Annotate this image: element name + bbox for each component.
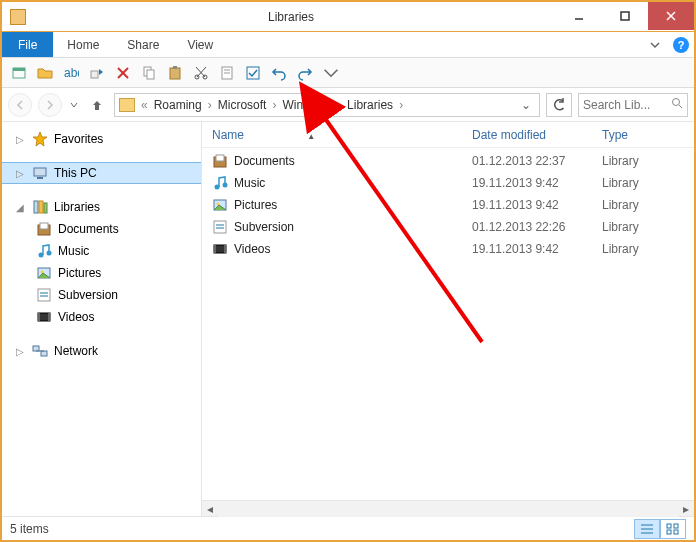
back-button[interactable] (8, 93, 32, 117)
svg-rect-60 (667, 524, 671, 528)
sidebar-item-documents[interactable]: Documents (2, 218, 201, 240)
copy-icon[interactable] (138, 62, 160, 84)
network-icon (32, 343, 48, 359)
file-date: 01.12.2013 22:37 (462, 154, 592, 168)
column-date[interactable]: Date modified (462, 128, 592, 142)
scroll-left-icon[interactable]: ◂ (202, 501, 218, 517)
undo-icon[interactable] (268, 62, 290, 84)
sidebar-item-music[interactable]: Music (2, 240, 201, 262)
title-bar: Libraries (2, 2, 694, 32)
column-name[interactable]: Name ▲ (202, 128, 462, 142)
ribbon: File Home Share View ? (2, 32, 694, 58)
cut-icon[interactable] (190, 62, 212, 84)
svg-rect-55 (214, 245, 216, 253)
expand-icon[interactable]: ▷ (16, 346, 26, 357)
maximize-button[interactable] (602, 2, 648, 30)
collapse-icon[interactable]: ◢ (16, 202, 26, 213)
svg-rect-41 (48, 313, 50, 321)
sidebar-label: This PC (54, 166, 97, 180)
new-window-icon[interactable] (8, 62, 30, 84)
documents-icon (36, 221, 52, 237)
close-button[interactable] (648, 2, 694, 30)
chevron-right-icon[interactable]: › (270, 98, 278, 112)
file-name: Pictures (234, 198, 277, 212)
address-dropdown-icon[interactable]: ⌄ (517, 98, 535, 112)
sidebar-item-libraries[interactable]: ◢ Libraries (2, 196, 201, 218)
file-tab[interactable]: File (2, 32, 53, 57)
expand-icon[interactable]: ▷ (16, 168, 26, 179)
toolbar-dropdown-icon[interactable] (320, 62, 342, 84)
paste-icon[interactable] (164, 62, 186, 84)
breadcrumb-overflow-icon[interactable]: « (139, 98, 150, 112)
sidebar-item-thispc[interactable]: ▷ This PC (2, 162, 201, 184)
details-view-button[interactable] (634, 519, 660, 539)
svg-rect-11 (147, 70, 154, 79)
crumb-microsoft[interactable]: Microsoft (214, 98, 271, 112)
crumb-windows[interactable]: Windows (278, 98, 335, 112)
sidebar-item-pictures[interactable]: Pictures (2, 262, 201, 284)
file-row[interactable]: Pictures19.11.2013 9:42Library (202, 194, 694, 216)
file-row[interactable]: Subversion01.12.2013 22:26Library (202, 216, 694, 238)
videos-icon (212, 241, 228, 257)
column-type[interactable]: Type (592, 128, 694, 142)
svg-rect-28 (39, 201, 43, 213)
svg-rect-21 (247, 67, 259, 79)
horizontal-scrollbar[interactable]: ◂ ▸ (202, 500, 694, 516)
svg-point-48 (223, 183, 228, 188)
crumb-libraries[interactable]: Libraries (343, 98, 397, 112)
tab-home[interactable]: Home (53, 32, 113, 57)
select-all-icon[interactable] (242, 62, 264, 84)
refresh-button[interactable] (546, 93, 572, 117)
svg-point-22 (673, 99, 680, 106)
crumb-roaming[interactable]: Roaming (150, 98, 206, 112)
file-row[interactable]: Videos19.11.2013 9:42Library (202, 238, 694, 260)
file-type: Library (592, 154, 694, 168)
sidebar-item-network[interactable]: ▷ Network (2, 340, 201, 362)
svg-line-23 (679, 105, 682, 108)
file-row[interactable]: Music19.11.2013 9:42Library (202, 172, 694, 194)
subversion-icon (212, 219, 228, 235)
move-icon[interactable] (86, 62, 108, 84)
history-dropdown-icon[interactable] (68, 101, 80, 109)
expand-icon[interactable]: ▷ (16, 134, 26, 145)
tab-view[interactable]: View (173, 32, 227, 57)
file-date: 19.11.2013 9:42 (462, 198, 592, 212)
icons-view-button[interactable] (660, 519, 686, 539)
chevron-right-icon[interactable]: › (206, 98, 214, 112)
svg-rect-1 (621, 12, 629, 20)
address-bar[interactable]: « Roaming › Microsoft › Windows › Librar… (114, 93, 540, 117)
sidebar-item-subversion[interactable]: Subversion (2, 284, 201, 306)
scroll-right-icon[interactable]: ▸ (678, 501, 694, 517)
svg-rect-13 (173, 66, 177, 69)
minimize-button[interactable] (556, 2, 602, 30)
svg-rect-12 (170, 68, 180, 79)
properties-icon[interactable] (216, 62, 238, 84)
rename-icon[interactable]: abc (60, 62, 82, 84)
pictures-icon (36, 265, 52, 281)
svg-rect-63 (674, 530, 678, 534)
file-row[interactable]: Documents01.12.2013 22:37Library (202, 150, 694, 172)
sidebar-label: Documents (58, 222, 119, 236)
file-type: Library (592, 176, 694, 190)
svg-rect-51 (214, 221, 226, 233)
search-box[interactable] (578, 93, 688, 117)
up-button[interactable] (86, 94, 108, 116)
forward-button[interactable] (38, 93, 62, 117)
redo-icon[interactable] (294, 62, 316, 84)
svg-rect-25 (34, 168, 46, 176)
ribbon-expand-icon[interactable] (642, 32, 668, 57)
chevron-right-icon[interactable]: › (397, 98, 405, 112)
help-button[interactable]: ? (668, 32, 694, 57)
svg-rect-46 (216, 155, 224, 161)
computer-icon (32, 165, 48, 181)
sidebar-item-favorites[interactable]: ▷ Favorites (2, 128, 201, 150)
tab-share[interactable]: Share (113, 32, 173, 57)
delete-icon[interactable] (112, 62, 134, 84)
svg-rect-26 (37, 177, 43, 179)
search-input[interactable] (583, 98, 663, 112)
svg-rect-40 (38, 313, 40, 321)
sidebar-item-videos[interactable]: Videos (2, 306, 201, 328)
chevron-right-icon[interactable]: › (335, 98, 343, 112)
window-title: Libraries (26, 10, 556, 24)
new-folder-icon[interactable] (34, 62, 56, 84)
